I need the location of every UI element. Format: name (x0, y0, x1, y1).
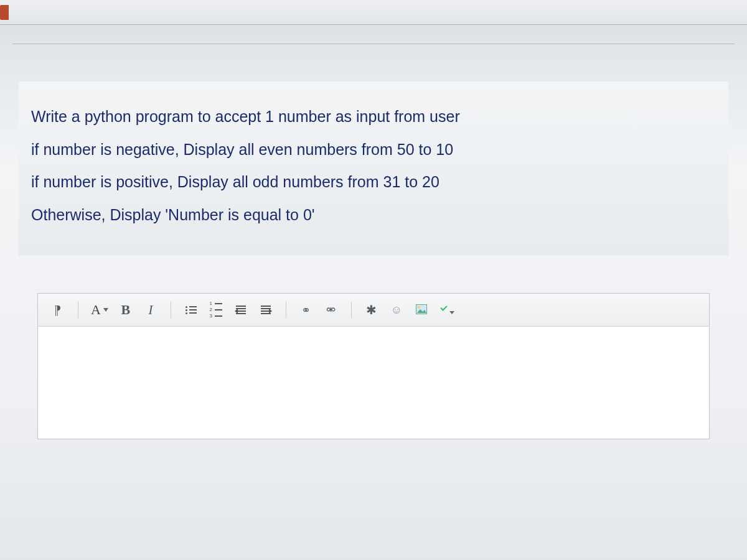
insert-link-button[interactable]: ⚭ (295, 300, 317, 320)
paragraph-icon: ¶ (55, 303, 60, 317)
active-tab-indicator (0, 5, 9, 20)
font-a-icon: A (91, 302, 101, 318)
window-topbar (0, 0, 747, 25)
question-line: Write a python program to accept 1 numbe… (31, 100, 716, 133)
mashup-button[interactable]: ✱ (360, 300, 383, 320)
question-line: Otherwise, Display 'Number is equal to 0… (31, 198, 716, 231)
bullet-list-icon (186, 305, 197, 315)
question-line: if number is negative, Display all even … (31, 133, 716, 166)
emoji-button[interactable]: ☺ (385, 300, 408, 320)
remove-link-button[interactable]: ⚮ (320, 300, 342, 320)
numbered-list-icon: 1 2 3 (209, 300, 222, 320)
indent-button[interactable] (255, 300, 277, 320)
ordered-list-button[interactable]: 1 2 3 (205, 300, 227, 320)
question-line: if number is positive, Display all odd n… (31, 166, 716, 198)
indent-icon (261, 306, 271, 314)
header-divider (12, 44, 735, 44)
outdent-button[interactable] (230, 300, 252, 320)
font-color-button[interactable]: A (87, 300, 112, 320)
svg-point-1 (418, 306, 420, 309)
editor-textarea[interactable] (38, 327, 709, 439)
toolbar-separator (286, 302, 286, 318)
question-prompt: Write a python program to accept 1 numbe… (19, 82, 728, 256)
toolbar-separator (171, 302, 171, 318)
rich-text-editor: ¶ A B I 1 2 3 (37, 293, 710, 439)
editor-toolbar: ¶ A B I 1 2 3 (38, 294, 709, 327)
toolbar-separator (351, 302, 352, 318)
unordered-list-button[interactable] (180, 300, 202, 320)
bold-button[interactable]: B (115, 300, 137, 320)
toolbar-separator (78, 302, 78, 318)
image-icon (416, 303, 427, 317)
insert-image-button[interactable] (410, 300, 433, 320)
more-tools-button[interactable] (435, 300, 458, 320)
paragraph-format-button[interactable]: ¶ (47, 300, 69, 320)
check-dropdown-icon (439, 304, 453, 315)
chevron-down-icon (103, 308, 108, 312)
outdent-icon (236, 306, 246, 314)
italic-button[interactable]: I (139, 300, 162, 320)
